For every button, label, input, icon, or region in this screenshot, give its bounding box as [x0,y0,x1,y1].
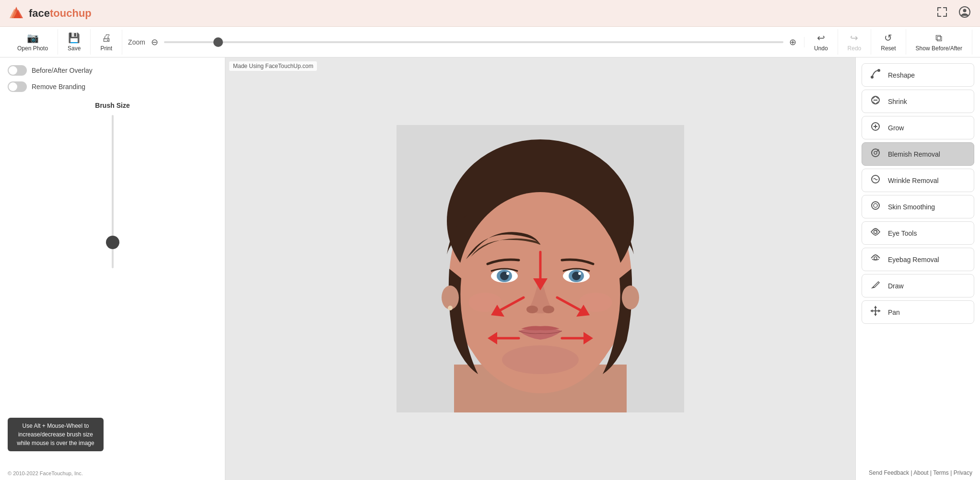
reset-button[interactable]: ↺ Reset [871,29,906,55]
watermark: Made Using FaceTouchUp.com [229,61,317,71]
svg-point-59 [876,231,877,232]
before-after-icon: ⧉ [935,33,942,44]
show-before-after-button[interactable]: ⧉ Show Before/After [906,30,972,55]
face-image-container [225,57,855,480]
reset-icon: ↺ [884,32,892,44]
svg-point-27 [526,306,538,313]
remove-branding-toggle-row: Remove Branding [8,81,217,92]
print-icon: 🖨 [102,33,111,44]
face-portrait [397,125,684,412]
svg-point-34 [448,306,453,310]
header: facetouchup [0,0,980,27]
tool-eyebag-removal-button[interactable]: Eyebag Removal [862,248,974,271]
svg-point-12 [963,9,967,12]
copyright-text: © 2010-2022 FaceTouchup, Inc. [8,470,83,476]
svg-point-28 [543,306,554,313]
save-button[interactable]: 💾 Save [58,29,91,55]
account-button[interactable] [957,4,972,23]
svg-rect-6 [946,7,947,11]
reshape-icon [869,69,882,81]
zoom-track[interactable] [164,41,783,43]
print-button[interactable]: 🖨 Print [91,30,122,55]
tool-shrink-button[interactable]: Shrink [862,90,974,113]
before-after-toggle[interactable] [8,65,27,76]
tool-blemish-removal-button[interactable]: Blemish Removal [862,142,974,166]
about-link[interactable]: About [913,469,928,476]
svg-marker-66 [878,309,881,312]
svg-point-31 [502,345,579,374]
zoom-section: Zoom ⊖ ⊕ [122,37,805,47]
pan-label: Pan [888,309,900,316]
brush-size-thumb[interactable] [106,236,119,249]
shrink-icon [869,95,882,108]
svg-point-60 [874,257,877,260]
main-area: Before/After Overlay Remove Branding Bru… [0,57,980,480]
zoom-thumb[interactable] [213,37,223,47]
svg-marker-64 [874,314,877,316]
grow-label: Grow [888,124,904,132]
reshape-label: Reshape [888,71,915,79]
svg-point-53 [874,151,877,154]
svg-point-26 [578,272,581,275]
brush-size-label: Brush Size [95,102,129,109]
brush-tooltip: Use Alt + Mouse-Wheel to increase/decrea… [8,418,104,451]
privacy-link[interactable]: Privacy [954,469,972,476]
eye-tools-label: Eye Tools [888,229,917,237]
shrink-label: Shrink [888,98,907,105]
zoom-label: Zoom [128,38,145,46]
svg-marker-65 [870,309,873,312]
tool-eye-tools-button[interactable]: Eye Tools [862,221,974,245]
svg-point-46 [877,69,880,72]
eyebag-removal-icon [869,253,882,266]
eyebag-removal-label: Eyebag Removal [888,256,939,263]
tool-wrinkle-removal-button[interactable]: Wrinkle Removal [862,169,974,192]
brush-size-slider[interactable] [112,115,114,268]
send-feedback-link[interactable]: Send Feedback [869,469,909,476]
wrinkle-removal-label: Wrinkle Removal [888,177,939,184]
skin-smoothing-label: Skin Smoothing [888,203,935,211]
fullscreen-button[interactable] [935,5,949,22]
wrinkle-removal-icon [869,174,882,187]
terms-link[interactable]: Terms [933,469,949,476]
logo-text: facetouchup [29,7,92,20]
svg-rect-10 [946,13,947,17]
remove-branding-label: Remove Branding [32,83,85,91]
draw-icon [869,279,882,292]
redo-icon: ↪ [850,32,858,44]
tool-pan-button[interactable]: Pan [862,300,974,324]
svg-point-22 [506,272,509,275]
redo-button[interactable]: ↪ Redo [838,29,872,55]
header-icons [935,4,972,23]
canvas-area[interactable]: Made Using FaceTouchUp.com [225,57,855,480]
tool-grow-button[interactable]: Grow [862,116,974,139]
svg-point-57 [874,204,877,207]
brush-size-section: Brush Size [8,102,217,268]
open-photo-button[interactable]: 📷 Open Photo [8,29,58,55]
skin-smoothing-icon [869,200,882,213]
zoom-plus-button[interactable]: ⊕ [787,37,798,47]
svg-point-45 [871,76,874,79]
undo-button[interactable]: ↩ Undo [805,29,838,55]
eye-tools-icon [869,227,882,240]
tool-reshape-button[interactable]: Reshape [862,63,974,87]
zoom-minus-button[interactable]: ⊖ [149,37,160,47]
blemish-removal-label: Blemish Removal [888,150,940,158]
tool-skin-smoothing-button[interactable]: Skin Smoothing [862,195,974,218]
svg-point-58 [874,230,877,234]
svg-marker-63 [874,306,877,308]
svg-point-33 [622,286,639,309]
remove-branding-toggle[interactable] [8,81,27,92]
right-panel: ReshapeShrinkGrowBlemish RemovalWrinkle … [855,57,980,480]
before-after-label: Before/After Overlay [32,67,93,74]
svg-point-56 [872,202,879,209]
pan-icon [869,306,882,319]
save-icon: 💾 [68,32,80,44]
undo-icon: ↩ [817,32,825,44]
footer: Send Feedback | About | Terms | Privacy [869,469,972,476]
svg-rect-8 [937,13,938,17]
svg-rect-4 [937,7,938,11]
logo-icon [8,5,25,22]
tool-draw-button[interactable]: Draw [862,274,974,297]
draw-label: Draw [888,282,904,290]
blemish-removal-icon [869,148,882,160]
